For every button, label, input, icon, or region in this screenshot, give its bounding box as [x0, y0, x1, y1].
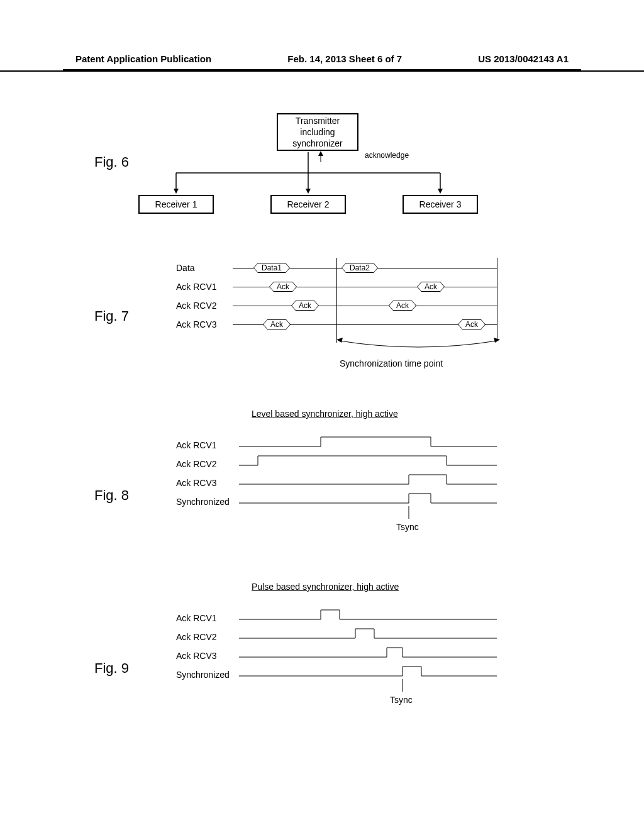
fig9-ack3-label: Ack RCV3	[176, 651, 217, 661]
ack-text: Ack	[425, 282, 437, 291]
fig7-data-label: Data	[176, 263, 195, 273]
fig9-waveforms	[239, 607, 503, 701]
svg-marker-7	[306, 189, 311, 194]
ack2-hex1: Ack	[296, 301, 314, 311]
fig7-ack1-label: Ack RCV1	[176, 282, 217, 292]
svg-marker-9	[438, 189, 443, 194]
receiver1-box: Receiver 1	[138, 195, 214, 214]
fig8-ack2-label: Ack RCV2	[176, 459, 217, 469]
receiver3-text: Receiver 3	[419, 199, 462, 209]
header-divider	[63, 69, 581, 70]
ack-text: Ack	[299, 301, 311, 310]
fig9-ack2-label: Ack RCV2	[176, 632, 217, 642]
ack1-hex1: Ack	[274, 282, 292, 292]
fig8-ack3-label: Ack RCV3	[176, 478, 217, 488]
ack-text: Ack	[465, 320, 478, 329]
receiver2-box: Receiver 2	[270, 195, 346, 214]
fig9-ack1-label: Ack RCV1	[176, 613, 217, 623]
fig8-tsync: TTsyncsync	[396, 522, 419, 532]
fig8-waveforms	[239, 434, 503, 528]
fig9-diagram: Pulse based synchronizer, high active Ac…	[94, 600, 547, 739]
fig7-span-arrow	[336, 333, 500, 355]
svg-marker-10	[336, 338, 343, 343]
fig7-end-vline	[497, 258, 497, 340]
ack-text: Ack	[396, 301, 409, 310]
svg-marker-5	[174, 189, 179, 194]
page-header: Patent Application Publication Feb. 14, …	[0, 0, 644, 72]
fig7-diagram: Data Ack RCV1 Ack RCV2 Ack RCV3 Data1 Da…	[94, 258, 547, 390]
fig8-ack1-label: Ack RCV1	[176, 440, 217, 450]
fig7-sync-vline	[336, 258, 337, 343]
header-right: US 2013/0042143 A1	[478, 53, 569, 64]
fig7-ack3-label: Ack RCV3	[176, 319, 217, 329]
header-center: Feb. 14, 2013 Sheet 6 of 7	[287, 53, 402, 64]
ack2-line	[233, 306, 497, 306]
ack3-hex2: Ack	[462, 319, 481, 329]
fig6-diagram: Transmitter including synchronizer ackno…	[94, 113, 547, 226]
ack3-hex1: Ack	[267, 319, 286, 329]
receiver1-text: Receiver 1	[155, 199, 197, 209]
ack1-hex2: Ack	[421, 282, 440, 292]
fig9-tsync: TTsyncsync	[390, 695, 413, 705]
ack2-hex2: Ack	[393, 301, 412, 311]
data1-hex: Data1	[258, 263, 286, 273]
data2-text: Data2	[350, 263, 370, 272]
ack-text: Ack	[277, 282, 289, 291]
fig8-sync-label: Synchronized	[176, 497, 230, 507]
data2-hex: Data2	[346, 263, 374, 273]
data1-text: Data1	[262, 263, 282, 272]
receiver2-text: Receiver 2	[287, 199, 330, 209]
svg-marker-1	[318, 151, 323, 156]
fig8-title: Level based synchronizer, high active	[252, 409, 398, 419]
receiver3-box: Receiver 3	[402, 195, 478, 214]
fig7-ack2-label: Ack RCV2	[176, 301, 217, 311]
header-left: Patent Application Publication	[75, 53, 211, 64]
fig8-diagram: Level based synchronizer, high active Ac…	[94, 428, 547, 566]
ack-text: Ack	[270, 320, 283, 329]
fig9-sync-label: Synchronized	[176, 670, 230, 680]
fig9-title: Pulse based synchronizer, high active	[252, 582, 399, 592]
fig7-sync-caption: Synchronization time point	[340, 358, 443, 368]
